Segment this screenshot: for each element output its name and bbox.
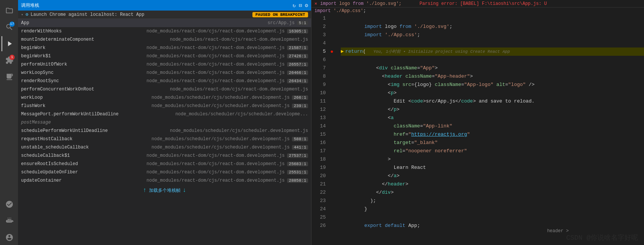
chevron-down-icon[interactable]: ▾ — [21, 12, 23, 17]
extensions-badge: 1 — [9, 55, 15, 60]
code-line-13: className="App-link" — [341, 114, 644, 122]
stack-frame-14[interactable]: requestHostCallback node_modules/schedul… — [18, 135, 311, 143]
frame-name-7: renderRootSync — [21, 78, 147, 84]
frame-name-17: ensureRootIsScheduled — [21, 161, 147, 167]
stack-frame-17[interactable]: ensureRootIsScheduled node_modules/react… — [18, 160, 311, 168]
code-line-1: import logo from './logo.svg'; — [341, 14, 644, 23]
stack-frame-7[interactable]: renderRootSync node_modules/react-dom/cj… — [18, 77, 311, 85]
run-debug-icon[interactable] — [2, 36, 17, 51]
stack-frame-11[interactable]: MessagePort.performWorkUntilDeadline nod… — [18, 110, 311, 118]
frame-name-9: workLoop — [21, 95, 152, 100]
editor-panel: ✕ import logo from './logo.svg'; Parsing… — [311, 0, 644, 245]
frame-file-9: node_modules/scheduler/cjs/scheduler.dev… — [152, 95, 290, 100]
ln-20: 20 — [317, 172, 326, 180]
stack-frame-13[interactable]: schedulePerformWorkUntilDeadline node_mo… — [18, 127, 311, 135]
ln-10: 10 — [317, 89, 326, 97]
frame-name-14: requestHostCallback — [21, 136, 152, 142]
frame-file-18: node_modules/react-dom/cjs/react-dom.dev… — [147, 170, 285, 175]
stack-frame-5[interactable]: performUnitOfWork node_modules/react-dom… — [18, 60, 311, 69]
ln-4: 4 — [317, 39, 326, 47]
stack-frame-app[interactable]: App src/App.js 5:1 — [18, 19, 311, 27]
source-control-icon[interactable] — [2, 197, 17, 212]
settings-icon[interactable]: ⚙ — [305, 2, 308, 9]
code-line-19: </a> — [341, 164, 644, 172]
refresh-icon[interactable]: ↻ — [293, 2, 296, 9]
code-line-25: export default App; — [341, 213, 644, 222]
files-icon[interactable] — [2, 3, 17, 18]
docker-icon[interactable] — [2, 213, 17, 228]
stack-frame-9[interactable]: workLoop node_modules/scheduler/cjs/sche… — [18, 93, 311, 102]
frame-name-3: beginWork — [21, 45, 147, 51]
ln-1: 1 — [317, 14, 326, 23]
code-line-23: } — [341, 197, 644, 205]
breadcrumb: header > — [547, 228, 569, 234]
code-line-20: </header> — [341, 172, 644, 180]
frame-name-6: workLoopSync — [21, 70, 147, 75]
frame-name-13: schedulePerformWorkUntilDeadline — [21, 128, 170, 133]
code-line-15: target="_blank" — [341, 130, 644, 139]
frame-line-18: 25531:1 — [287, 170, 308, 175]
frame-file-app: src/App.js — [267, 20, 295, 26]
breakpoint-line5: ● — [330, 47, 339, 56]
load-more-frames[interactable]: ↑ 加载多个堆栈帧 ↓ — [18, 185, 311, 196]
ln-24: 24 — [317, 205, 326, 213]
code-line-22: ); — [341, 188, 644, 197]
breadcrumb-text: header > — [547, 228, 569, 234]
ln-11: 11 — [317, 97, 326, 106]
stack-frame-16[interactable]: scheduleCallback$1 node_modules/react-do… — [18, 152, 311, 160]
stack-frame-4[interactable]: beginWork$1 node_modules/react-dom/cjs/r… — [18, 52, 311, 60]
code-lines: import logo from './logo.svg'; import '.… — [339, 14, 644, 245]
ln-23: 23 — [317, 197, 326, 205]
frame-file-2: node_modules/react-dom/cjs/react-dom.dev… — [170, 37, 308, 42]
frame-file-10: node_modules/scheduler/cjs/scheduler.dev… — [152, 103, 290, 109]
stack-frame-15[interactable]: unstable_scheduleCallback node_modules/s… — [18, 143, 311, 152]
session-header-content: ▾ ⚙ Launch Chrome against localhost: Rea… — [21, 12, 308, 17]
frame-line-16: 27537:1 — [287, 153, 308, 158]
stack-frame-1[interactable]: renderWithHooks node_modules/react-dom/c… — [18, 27, 311, 35]
frame-file-17: node_modules/react-dom/cjs/react-dom.dev… — [147, 161, 285, 167]
ln-5: 5 — [317, 47, 326, 56]
frame-line-6: 26466:1 — [287, 70, 308, 75]
frame-name-8: performConcurrentWorkOnRoot — [21, 87, 170, 92]
stack-frame-6[interactable]: workLoopSync node_modules/react-dom/cjs/… — [18, 69, 311, 77]
code-line-8: <img src={logo} className="App-logo" alt… — [341, 72, 644, 81]
frame-name-10: flushWork — [21, 103, 152, 109]
ln-7: 7 — [317, 64, 326, 72]
session-header: ▾ ⚙ Launch Chrome against localhost: Rea… — [18, 11, 311, 19]
frame-file-11: node_modules/scheduler/cjs/scheduler.dev… — [175, 112, 308, 117]
collapse-icon[interactable]: ⊟ — [299, 2, 302, 9]
ln-14: 14 — [317, 122, 326, 130]
extensions-icon[interactable]: 1 — [2, 53, 17, 68]
stack-frame-10[interactable]: flushWork node_modules/scheduler/cjs/sch… — [18, 102, 311, 110]
frame-file-14: node_modules/scheduler/cjs/scheduler.dev… — [152, 136, 290, 142]
stack-frame-12[interactable]: postMessage — [18, 118, 311, 127]
stack-frame-3[interactable]: beginWork node_modules/react-dom/cjs/rea… — [18, 44, 311, 52]
stack-frame-2[interactable]: mountIndeterminateComponent node_modules… — [18, 35, 311, 44]
frame-file-1: node_modules/react-dom/cjs/react-dom.dev… — [147, 29, 285, 34]
frame-file-13: node_modules/scheduler/cjs/scheduler.dev… — [170, 128, 308, 133]
up-arrow-icon: ↑ — [143, 187, 147, 194]
import-logo: import logo from './logo.svg'; — [320, 1, 401, 6]
search-icon[interactable]: 17 — [2, 20, 17, 35]
stack-frame-8[interactable]: performConcurrentWorkOnRoot node_modules… — [18, 85, 311, 93]
frame-line-1: 16305:1 — [287, 29, 308, 34]
debug-arrow-icon: ▶ — [341, 47, 344, 56]
code-line-5: ▶ return ( You, 1小时前 • Initialize projec… — [341, 47, 644, 56]
ln-15: 15 — [317, 130, 326, 139]
code-line-12: <a — [341, 106, 644, 114]
stack-list: App src/App.js 5:1 renderWithHooks node_… — [18, 19, 311, 245]
stack-frame-19[interactable]: updateContainer node_modules/react-dom/c… — [18, 176, 311, 185]
code-line-26 — [341, 222, 644, 230]
code-line-17: > — [341, 147, 644, 155]
frame-name-16: scheduleCallback$1 — [21, 153, 147, 158]
frame-file-16: node_modules/react-dom/cjs/react-dom.dev… — [147, 153, 285, 158]
frame-file-19: node_modules/react-dom/cjs/react-dom.dev… — [147, 178, 285, 183]
remote-explorer-icon[interactable] — [2, 69, 17, 84]
frame-line-14: 588:1 — [292, 137, 308, 141]
account-icon[interactable] — [2, 230, 17, 245]
code-line-9: <p> — [341, 81, 644, 89]
code-line-11: </p> — [341, 97, 644, 106]
stack-frame-18[interactable]: scheduleUpdateOnFiber node_modules/react… — [18, 168, 311, 176]
frame-name-2: mountIndeterminateComponent — [21, 37, 170, 42]
activity-bar: 17 1 — [0, 0, 18, 245]
